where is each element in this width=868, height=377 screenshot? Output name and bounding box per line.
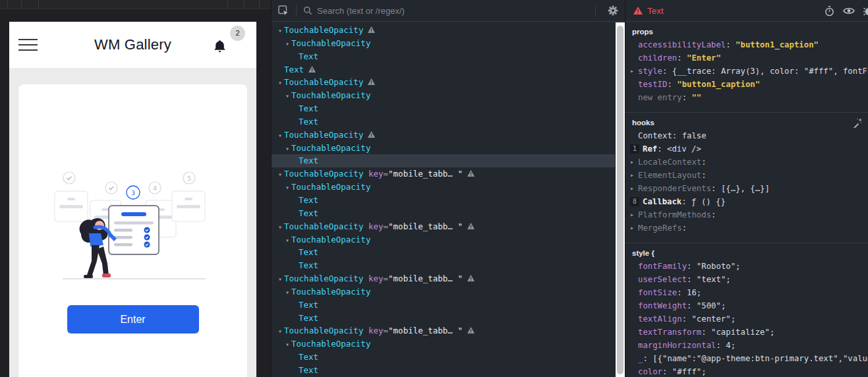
- expander-arrow-icon[interactable]: ▸: [630, 169, 634, 182]
- warning-icon: [368, 131, 375, 138]
- inspector-row[interactable]: Context: false: [625, 129, 868, 142]
- tree-row[interactable]: ▾TouchableOpacity: [272, 285, 615, 299]
- tree-row[interactable]: ▾TouchableOpacity key="mobile_tabb… ": [272, 220, 615, 233]
- component-name: Text: [299, 313, 318, 323]
- tree-row[interactable]: ▾TouchableOpacity: [272, 37, 615, 50]
- inspector-row[interactable]: ▸LocaleContext:: [625, 156, 868, 169]
- inspector-row[interactable]: new entry: "": [625, 91, 868, 104]
- inspector-row[interactable]: ▸PlatformMethods:: [625, 208, 868, 221]
- inspector-row[interactable]: userSelect: "text";: [625, 273, 868, 286]
- tree-row[interactable]: ▾TouchableOpacity: [272, 129, 615, 142]
- expander-arrow-icon[interactable]: ▸: [630, 208, 634, 221]
- tree-scrollbar[interactable]: [616, 22, 625, 377]
- inspector-row[interactable]: ▸style: {__trace: Array(3), color: "#fff…: [625, 65, 868, 78]
- expander-arrow-icon[interactable]: ▸: [630, 182, 634, 195]
- props-section: props accessibilityLabel: "button1_capti…: [625, 22, 868, 113]
- scrollbar-thumb[interactable]: [617, 26, 623, 374]
- inspector-row[interactable]: ▸MergeRefs:: [625, 221, 868, 235]
- style-section: style { fontFamily: "Roboto";userSelect:…: [625, 243, 868, 377]
- inspector-row[interactable]: marginHorizontal: 4;: [625, 339, 868, 352]
- tree-row[interactable]: ▾TouchableOpacity key="mobile_tabb… ": [272, 324, 615, 337]
- component-name: Text: [299, 195, 318, 205]
- inspect-element-icon[interactable]: [278, 5, 289, 16]
- inspector-row[interactable]: fontSize: 16;: [625, 286, 868, 299]
- inspector-row[interactable]: textTransform: "capitalize";: [625, 326, 868, 339]
- tree-row[interactable]: ▾TouchableOpacity: [272, 89, 615, 102]
- component-name: Text: [299, 117, 318, 127]
- tree-row[interactable]: Text: [272, 115, 615, 129]
- tree-row[interactable]: Text: [272, 50, 615, 63]
- inspector-row[interactable]: children: "Enter": [625, 51, 868, 65]
- tree-row[interactable]: ▾TouchableOpacity: [272, 76, 615, 89]
- key-attribute: key: [368, 274, 384, 283]
- property-key: textTransform: [638, 328, 701, 337]
- tree-row[interactable]: Text: [272, 102, 615, 115]
- parse-hook-names-wand-icon[interactable]: [852, 118, 862, 128]
- property-key: textAlign: [638, 314, 682, 324]
- property-key: Ref: [643, 144, 657, 154]
- property-value: "#fff";: [672, 367, 707, 376]
- tree-row[interactable]: Text: [272, 351, 615, 364]
- warning-icon: [467, 170, 475, 177]
- tree-row[interactable]: Text: [272, 299, 615, 312]
- tree-row[interactable]: Text: [272, 207, 615, 220]
- tree-row[interactable]: Text: [272, 63, 615, 76]
- tree-row[interactable]: ▾TouchableOpacity: [272, 337, 615, 351]
- inspector-row[interactable]: fontFamily: "Roboto";: [625, 260, 868, 273]
- key-attribute: key: [368, 221, 384, 231]
- property-key: LocaleContext: [638, 158, 701, 167]
- bell-icon[interactable]: [212, 39, 227, 55]
- enter-button[interactable]: Enter: [67, 305, 199, 334]
- inspect-dom-eye-icon[interactable]: [843, 7, 855, 15]
- search-input[interactable]: Search (text or /regex/): [317, 6, 589, 16]
- inspector-row[interactable]: color: "#fff";: [625, 365, 868, 377]
- log-bug-icon[interactable]: [863, 6, 868, 16]
- component-name: Text: [299, 365, 318, 375]
- settings-gear-icon[interactable]: [608, 5, 618, 16]
- component-name: TouchableOpacity: [284, 169, 363, 179]
- warning-icon: [308, 66, 316, 72]
- tree-row[interactable]: ▾TouchableOpacity: [272, 233, 615, 246]
- notification-badge: 2: [230, 26, 245, 41]
- expander-arrow-icon[interactable]: ▸: [630, 65, 634, 78]
- component-name: TouchableOpacity: [284, 130, 363, 140]
- svg-text:5: 5: [187, 175, 191, 182]
- inspector-row[interactable]: 8Callback: ƒ () {}: [625, 195, 868, 208]
- toolbar-divider: [296, 5, 297, 16]
- tree-row[interactable]: ▾TouchableOpacity key="mobile_tabb… ": [272, 272, 615, 285]
- search-icon: [303, 6, 312, 15]
- tree-row[interactable]: Text: [272, 194, 615, 207]
- tree-row[interactable]: ▾TouchableOpacity: [272, 24, 615, 37]
- inspector-row[interactable]: ▸ElementLayout:: [625, 169, 868, 182]
- svg-text:3: 3: [131, 190, 135, 196]
- tree-row[interactable]: Text: [272, 246, 615, 259]
- warning-icon: [368, 78, 375, 85]
- steps-illustration: 3 4 5: [51, 165, 216, 282]
- component-name: TouchableOpacity: [291, 143, 370, 153]
- property-key: marginHorizontal: [638, 341, 716, 350]
- component-name: Text: [284, 65, 304, 74]
- component-name: TouchableOpacity: [291, 235, 370, 245]
- tree-row[interactable]: ▾TouchableOpacity key="mobile_tabb… ": [272, 167, 615, 181]
- inspector-row[interactable]: 1Ref: <div />: [625, 142, 868, 156]
- devtools-tree-panel: Search (text or /regex/) ▾TouchableOpaci…: [271, 0, 625, 377]
- expander-arrow-icon[interactable]: ▸: [630, 221, 634, 235]
- inspector-row[interactable]: fontWeight: "500";: [625, 299, 868, 312]
- property-value: "center";: [691, 314, 736, 324]
- inspector-row[interactable]: ▸ResponderEvents: [{…}, {…}]: [625, 182, 868, 195]
- tree-row[interactable]: Text: [272, 154, 615, 167]
- inspector-row[interactable]: accessibilityLabel: "button1_caption": [625, 38, 868, 51]
- suspend-timer-icon[interactable]: [825, 6, 834, 16]
- tree-row[interactable]: Text: [272, 312, 615, 325]
- expander-arrow-icon[interactable]: ▸: [630, 156, 634, 169]
- property-value: "": [691, 93, 701, 102]
- tree-row[interactable]: ▾TouchableOpacity: [272, 142, 615, 155]
- inspector-row[interactable]: _: [{"name":"@app-theme:btn-primary.text…: [625, 352, 868, 365]
- tree-row[interactable]: Text: [272, 364, 615, 377]
- inspector-row[interactable]: textAlign: "center";: [625, 312, 868, 326]
- tree-row[interactable]: ▾TouchableOpacity: [272, 181, 615, 194]
- inspector-row[interactable]: testID: "button1_caption": [625, 78, 868, 91]
- component-name: TouchableOpacity: [284, 77, 363, 87]
- tree-row[interactable]: Text: [272, 259, 615, 272]
- property-key: color: [638, 367, 662, 376]
